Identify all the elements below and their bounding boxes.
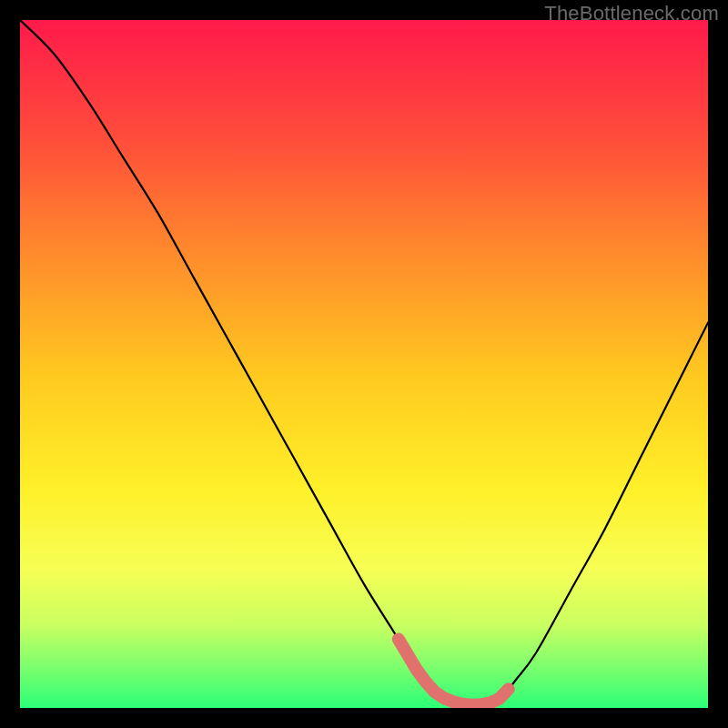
chart-frame: TheBottleneck.com xyxy=(0,0,728,728)
optimal-range-marker xyxy=(399,639,509,704)
chart-svg xyxy=(20,20,708,708)
gradient-plot-area xyxy=(20,20,708,708)
watermark-text: TheBottleneck.com xyxy=(544,2,719,25)
bottleneck-curve xyxy=(20,20,708,705)
